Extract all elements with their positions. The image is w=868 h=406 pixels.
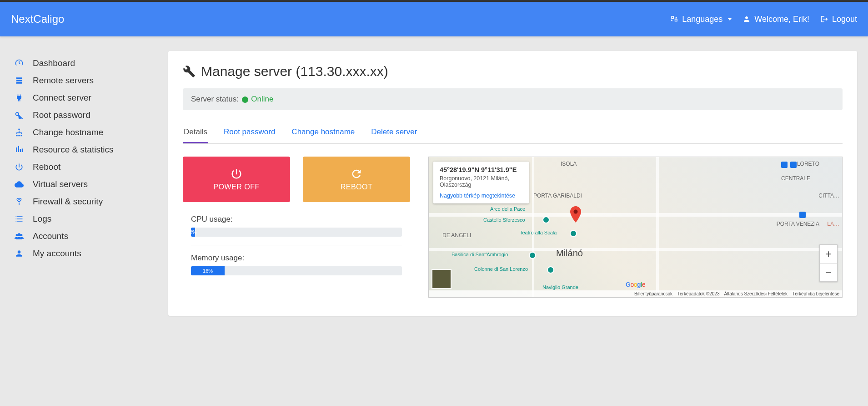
sitemap-icon xyxy=(14,128,25,137)
tab-details[interactable]: Details xyxy=(183,123,208,143)
logout-label: Logout xyxy=(832,15,857,24)
map-label-arco: Arco della Pace xyxy=(490,206,525,212)
server-icon xyxy=(14,76,25,85)
fingerprint-icon xyxy=(14,197,25,206)
map-view-larger-link[interactable]: Nagyobb térkép megtekintése xyxy=(440,193,522,199)
power-icon xyxy=(14,162,25,172)
memory-usage-label: Memory usage: xyxy=(191,254,402,263)
map-label-garibaldi: PORTA GARIBALDI xyxy=(533,193,582,199)
sidebar-item-dashboard[interactable]: Dashboard xyxy=(11,55,157,72)
sidebar-item-power[interactable]: Reboot xyxy=(11,158,157,176)
sidebar-item-label: My accounts xyxy=(33,249,81,259)
cpu-usage-label: CPU usage: xyxy=(191,215,402,224)
cloud-icon xyxy=(14,180,25,189)
user-icon xyxy=(743,15,751,23)
memory-progress-bar: 16% xyxy=(191,266,225,275)
sidebar-item-label: Accounts xyxy=(33,231,68,241)
translate-icon xyxy=(670,15,678,23)
sidebar-item-label: Dashboard xyxy=(33,58,75,68)
map-label-naviglio: Naviglio Grande xyxy=(542,284,578,290)
sidebar-item-plug[interactable]: Connect server xyxy=(11,89,157,107)
reboot-label: REBOOT xyxy=(341,183,373,191)
user-icon xyxy=(14,249,25,258)
sidebar-item-server[interactable]: Remote servers xyxy=(11,72,157,89)
server-status-bar: Server status: Online xyxy=(183,88,843,110)
dashboard-icon xyxy=(14,59,25,68)
sidebar-item-cloud[interactable]: Virtual servers xyxy=(11,176,157,193)
memory-progress: 16% xyxy=(191,266,402,275)
logout-link[interactable]: Logout xyxy=(820,15,857,24)
key-icon xyxy=(14,111,25,120)
languages-dropdown[interactable]: Languages xyxy=(670,15,732,24)
map-shortcuts-link[interactable]: Billentyűparancsok xyxy=(634,291,672,296)
welcome-label: Welcome, Erik! xyxy=(754,15,809,24)
wrench-icon xyxy=(183,65,196,78)
power-icon xyxy=(230,167,243,180)
map-address: Borgonuovo, 20121 Milánó, Olaszország xyxy=(440,175,522,188)
sidebar-item-fingerprint[interactable]: Firewall & security xyxy=(11,193,157,210)
tab-root-password[interactable]: Root password xyxy=(223,123,276,143)
reboot-button[interactable]: REBOOT xyxy=(303,157,410,202)
map-footer: Billentyűparancsok Térképadatok ©2023 Ál… xyxy=(429,290,842,297)
status-dot-icon xyxy=(242,96,248,103)
sidebar-item-label: Virtual servers xyxy=(33,179,88,189)
map-label-loreto: LORETO xyxy=(797,161,819,167)
svg-point-0 xyxy=(574,210,578,214)
map-report-link[interactable]: Térképhiba bejelentése xyxy=(792,291,839,296)
sidebar-item-label: Remote servers xyxy=(33,76,94,86)
cpu-progress-bar: 2% xyxy=(191,228,195,237)
google-logo: Google xyxy=(626,281,645,288)
status-value: Online xyxy=(251,95,273,103)
languages-label: Languages xyxy=(682,15,722,24)
map-label-isola: ISOLA xyxy=(561,161,577,167)
map-coords: 45°28'19.9"N 9°11'31.9"E xyxy=(440,166,522,173)
map-zoom-in-button[interactable]: + xyxy=(820,245,837,263)
map-label-centrale: CENTRALE xyxy=(781,175,810,182)
sidebar-item-user[interactable]: My accounts xyxy=(11,245,157,262)
list-icon xyxy=(14,214,25,223)
sidebar-item-label: Logs xyxy=(33,214,51,224)
map-label-basilica: Basilica di Sant'Ambrogio xyxy=(452,252,508,257)
page-title: Manage server (113.30.xxx.xx) xyxy=(183,64,843,79)
sidebar-item-list[interactable]: Logs xyxy=(11,210,157,228)
map-info-card: 45°28'19.9"N 9°11'31.9"E Borgonuovo, 201… xyxy=(433,162,529,203)
sidebar: DashboardRemote serversConnect serverRoo… xyxy=(0,36,168,327)
tab-delete-server[interactable]: Delete server xyxy=(370,123,418,143)
map-satellite-toggle[interactable] xyxy=(431,269,452,289)
location-map[interactable]: ISOLA LORETO CENTRALE PORTA GARIBALDI CI… xyxy=(428,157,843,298)
map-data-label: Térképadatok ©2023 xyxy=(677,291,720,296)
main-panel: Manage server (113.30.xxx.xx) Server sta… xyxy=(168,51,857,316)
sidebar-item-label: Connect server xyxy=(33,93,91,103)
power-off-button[interactable]: POWER OFF xyxy=(183,157,290,202)
sidebar-item-key[interactable]: Root password xyxy=(11,107,157,124)
sidebar-item-bars[interactable]: Resource & statistics xyxy=(11,141,157,158)
sidebar-item-users[interactable]: Accounts xyxy=(11,228,157,245)
cpu-usage-block: CPU usage: 2% xyxy=(191,215,402,245)
map-label-castello: Castello Sforzesco xyxy=(483,217,525,223)
tab-change-hostname[interactable]: Change hostname xyxy=(291,123,356,143)
plug-icon xyxy=(14,93,25,102)
chevron-down-icon xyxy=(728,18,732,20)
page-title-text: Manage server (113.30.xxx.xx) xyxy=(201,64,388,79)
map-label-teatro: Teatro alla Scala xyxy=(520,230,557,235)
sidebar-item-label: Change hostname xyxy=(33,127,103,137)
top-navbar: NextCaligo Languages Welcome, Erik! Logo… xyxy=(0,0,868,36)
sidebar-item-label: Reboot xyxy=(33,162,60,172)
map-terms-link[interactable]: Általános Szerződési Feltételek xyxy=(724,291,788,296)
map-label-la: LA… xyxy=(827,221,839,227)
sidebar-item-label: Resource & statistics xyxy=(33,145,113,155)
brand-logo[interactable]: NextCaligo xyxy=(11,13,64,25)
users-icon xyxy=(14,232,25,241)
sidebar-item-sitemap[interactable]: Change hostname xyxy=(11,124,157,141)
map-label-citta: CITTA… xyxy=(818,193,839,199)
sidebar-item-label: Root password xyxy=(33,110,90,120)
status-label: Server status: xyxy=(191,95,239,103)
map-zoom-out-button[interactable]: − xyxy=(820,263,837,281)
memory-usage-block: Memory usage: 16% xyxy=(191,254,402,284)
welcome-user[interactable]: Welcome, Erik! xyxy=(743,15,809,24)
map-label-venezia: PORTA VENEZIA xyxy=(777,221,819,227)
map-label-city: Milánó xyxy=(556,248,583,259)
map-label-deangeli: DE ANGELI xyxy=(442,232,471,239)
map-pin-icon xyxy=(570,206,582,223)
logout-icon xyxy=(820,15,828,23)
